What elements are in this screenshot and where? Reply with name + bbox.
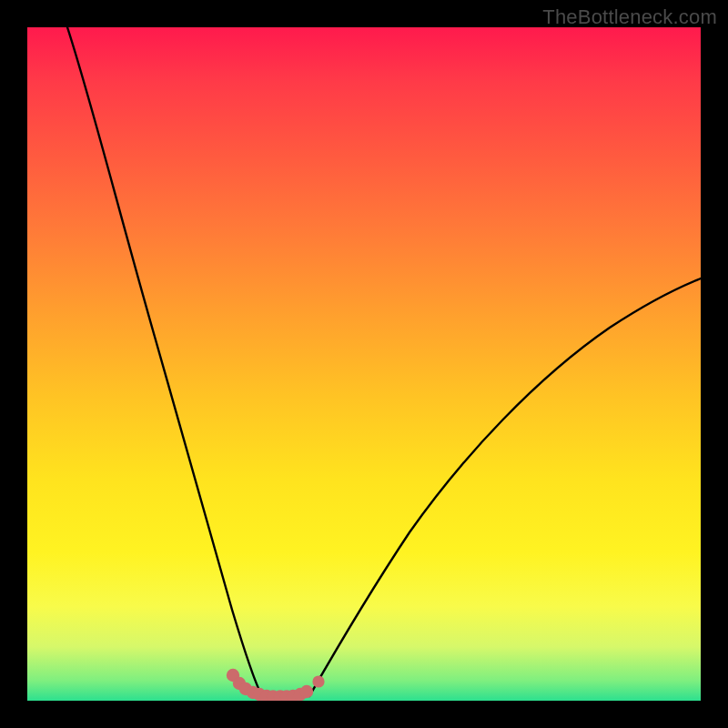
watermark-text: TheBottleneck.com (542, 5, 717, 29)
left-curve (67, 27, 262, 696)
svg-point-11 (300, 685, 313, 698)
bottom-dots (227, 669, 325, 701)
curves-svg (27, 27, 701, 701)
chart-frame: TheBottleneck.com (0, 0, 728, 728)
plot-area (27, 27, 701, 701)
svg-point-12 (312, 675, 324, 687)
right-curve (309, 278, 701, 696)
